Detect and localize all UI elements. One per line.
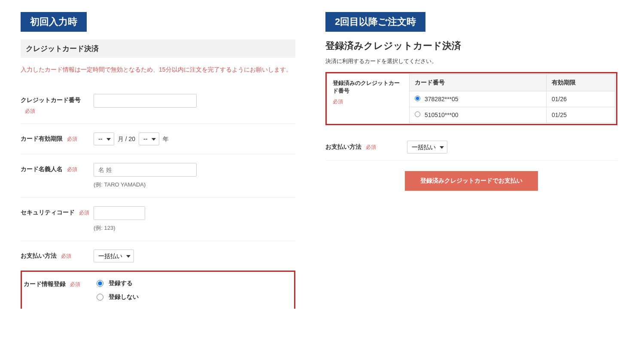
th-card-number: カード番号 — [410, 75, 547, 91]
expiry-year-select[interactable]: -- — [139, 132, 159, 145]
pay-method-select[interactable]: 一括払い — [94, 250, 134, 262]
timeout-notice: 入力したカード情報は一定時間で無効となるため、15分以内に注文を完了するようにお… — [21, 65, 295, 75]
expiry-month-select[interactable]: -- — [94, 132, 114, 145]
saved-cards-table: カード番号 有効期限 378282***05 01/26 510510***00… — [409, 74, 615, 123]
pay-method-label-right: お支払い方法 必須 — [325, 143, 407, 151]
saved-card-radio-0[interactable] — [415, 96, 420, 101]
saved-card-exp-1: 01/25 — [547, 107, 615, 123]
repeat-order-badge: 2回目以降ご注文時 — [325, 12, 425, 32]
required-tag: 必須 — [67, 136, 77, 142]
holder-hint: (例: TARO YAMADA) — [94, 181, 295, 189]
saved-card-num-1: 510510***00 — [425, 111, 459, 118]
required-tag: 必須 — [79, 210, 89, 216]
required-tag: 必須 — [61, 253, 71, 259]
pay-method-label: お支払い方法 必須 — [21, 250, 94, 260]
save-card-label: カード情報登録 必須 — [24, 278, 97, 288]
cvv-hint: (例: 123) — [94, 224, 295, 232]
saved-card-num-0: 378282***05 — [425, 96, 459, 102]
save-yes-label[interactable]: 登録する — [109, 280, 133, 286]
expiry-year-suffix: 年 — [163, 135, 169, 143]
required-tag: 必須 — [25, 108, 94, 115]
required-tag: 必須 — [67, 166, 77, 172]
saved-card-title: 登録済みクレジットカード決済 — [325, 39, 617, 52]
cvv-input[interactable] — [94, 206, 145, 220]
expiry-label: カード有効期限 必須 — [21, 132, 94, 143]
saved-card-exp-0: 01/26 — [547, 91, 615, 107]
pay-method-select-right[interactable]: 一括払い — [407, 141, 447, 153]
select-card-text: 決済に利用するカードを選択してください。 — [325, 57, 617, 65]
card-number-label: クレジットカード番号 必須 — [21, 94, 94, 115]
saved-card-radio-1[interactable] — [415, 111, 420, 117]
first-entry-badge: 初回入力時 — [21, 12, 87, 32]
pay-with-saved-card-button[interactable]: 登録済みクレジットカードでお支払い — [405, 171, 538, 191]
save-yes-radio[interactable] — [97, 280, 103, 287]
holder-input[interactable] — [94, 163, 197, 177]
holder-label: カード名義人名 必須 — [21, 163, 94, 173]
save-no-label[interactable]: 登録しない — [109, 293, 139, 300]
expiry-month-suffix: 月 / 20 — [118, 135, 135, 143]
table-row: 378282***05 01/26 — [410, 91, 615, 107]
save-no-radio[interactable] — [97, 294, 103, 301]
credit-card-header: クレジットカード決済 — [21, 39, 295, 58]
table-row: 510510***00 01/25 — [410, 107, 615, 123]
saved-card-number-label: 登録済みのクレジットカード番号 必須 — [328, 74, 409, 105]
required-tag: 必須 — [366, 144, 376, 150]
th-expiry: 有効期限 — [547, 75, 615, 91]
card-number-input[interactable] — [94, 94, 197, 108]
required-tag: 必須 — [333, 98, 405, 105]
required-tag: 必須 — [70, 281, 80, 287]
cvv-label: セキュリティコード 必須 — [21, 206, 94, 217]
